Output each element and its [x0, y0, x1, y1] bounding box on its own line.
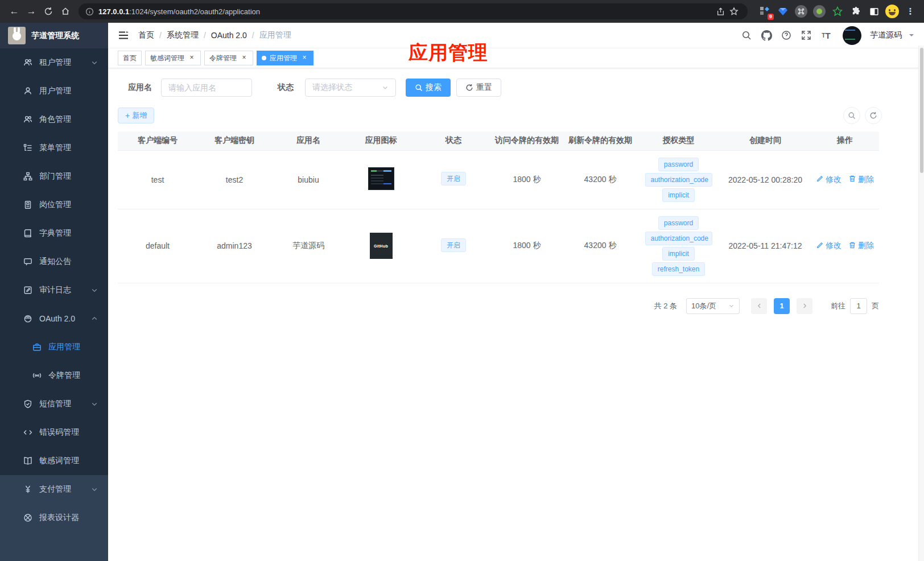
sidebar-item-sms-shield[interactable]: 短信管理: [0, 390, 108, 418]
grant-types: passwordauthorization_codeimplicit: [641, 158, 716, 202]
sidebar-item-label: 错误码管理: [39, 427, 79, 438]
total-count: 共 2 条: [654, 301, 677, 311]
grant-types: passwordauthorization_codeimplicitrefres…: [641, 216, 716, 276]
status-label: 状态: [278, 82, 294, 93]
breadcrumb-item[interactable]: 系统管理: [167, 30, 199, 40]
page-number-1[interactable]: 1: [774, 298, 790, 314]
home-icon[interactable]: [57, 3, 74, 20]
column-header: 创建时间: [720, 131, 811, 150]
forward-icon[interactable]: →: [23, 3, 40, 20]
sidebar-item-role-users[interactable]: 角色管理: [0, 105, 108, 134]
url-bar[interactable]: 127.0.0.1:1024/system/oauth2/oauth2/appl…: [79, 3, 748, 19]
row-actions: 修改删除: [814, 241, 876, 251]
sidebar-item-label: 部门管理: [39, 171, 71, 182]
cell-grant-types: passwordauthorization_codeimplicit: [637, 150, 720, 209]
app-icon-image: GitHub: [370, 233, 393, 259]
close-icon[interactable]: ×: [300, 54, 308, 62]
page-scrollbar[interactable]: [918, 46, 924, 561]
grant-type-tag: implicit: [662, 188, 695, 202]
chevron-down-icon: [728, 303, 735, 309]
cell-refresh-token-ttl: 43200 秒: [563, 150, 637, 209]
reset-button[interactable]: 重置: [456, 79, 501, 97]
sidebar-item-audit-log[interactable]: 审计日志: [0, 276, 108, 304]
app-logo-row[interactable]: 芋道管理系统: [0, 23, 108, 48]
font-size-icon[interactable]: TT: [819, 28, 833, 42]
sidebar-item-label: 菜单管理: [39, 143, 71, 153]
sidebar-item-sensitive-word-book[interactable]: 敏感词管理: [0, 447, 108, 475]
status-select[interactable]: 请选择状态: [305, 79, 396, 97]
share-icon[interactable]: [713, 5, 727, 18]
cell-grant-types: passwordauthorization_codeimplicitrefres…: [637, 209, 720, 283]
sidebar-item-token-signal[interactable]: 令牌管理: [0, 361, 108, 390]
star-extension-icon[interactable]: [830, 3, 845, 19]
fullscreen-icon[interactable]: [799, 28, 813, 42]
sidebar-item-pay-yen[interactable]: 支付管理: [0, 475, 108, 504]
breadcrumb-item[interactable]: 首页: [138, 30, 154, 40]
sidebar-item-errorcode[interactable]: 错误码管理: [0, 418, 108, 447]
sidebar-item-tenant-users[interactable]: 租户管理: [0, 48, 108, 77]
sidebar-item-menu-tree[interactable]: 菜单管理: [0, 134, 108, 162]
grant-type-tag: implicit: [662, 247, 695, 261]
sidebar-item-dictionary[interactable]: 字典管理: [0, 219, 108, 248]
delete-button[interactable]: 删除: [848, 241, 874, 251]
app-name-input[interactable]: [161, 79, 252, 97]
edit-button[interactable]: 修改: [816, 241, 842, 251]
user-avatar[interactable]: [843, 26, 861, 45]
sidebar-item-post-badge[interactable]: 岗位管理: [0, 191, 108, 219]
collapse-sidebar-icon[interactable]: [118, 30, 129, 41]
prev-page-button[interactable]: [751, 298, 767, 314]
cell-created-time: 2022-05-12 00:28:20: [720, 150, 811, 209]
chevron-left-icon: [756, 303, 762, 309]
tab-item[interactable]: 应用管理×: [257, 51, 314, 65]
delete-button[interactable]: 删除: [848, 175, 874, 185]
close-icon[interactable]: ×: [240, 54, 248, 62]
puzzle-extensions-icon[interactable]: [848, 3, 864, 19]
next-page-button[interactable]: [797, 298, 812, 314]
sidebar-item-notice-message[interactable]: 通知公告: [0, 248, 108, 276]
command-extension-icon[interactable]: [793, 3, 809, 19]
site-info-icon[interactable]: [85, 7, 94, 16]
close-icon[interactable]: ×: [188, 54, 196, 62]
plus-icon: +: [125, 112, 130, 119]
record-extension-icon[interactable]: [811, 3, 827, 19]
profile-avatar-icon[interactable]: [884, 3, 900, 19]
refresh-table-icon[interactable]: [865, 107, 882, 124]
extension-grid-icon[interactable]: 9: [757, 3, 773, 19]
user-dropdown-caret-icon[interactable]: [909, 34, 914, 39]
browser-menu-icon[interactable]: ⋮: [902, 3, 918, 19]
sidebar-item-user[interactable]: 用户管理: [0, 77, 108, 105]
side-panel-icon[interactable]: [866, 3, 882, 19]
search-button[interactable]: 搜索: [406, 79, 451, 97]
add-button[interactable]: + 新增: [118, 108, 154, 123]
breadcrumb-item[interactable]: OAuth 2.0: [211, 31, 247, 40]
user-icon: [23, 86, 32, 96]
page-size-select[interactable]: 10条/页: [686, 298, 740, 314]
sidebar-item-label: 通知公告: [39, 257, 71, 267]
sidebar-item-application-briefcase[interactable]: 应用管理: [0, 333, 108, 361]
back-icon[interactable]: ←: [6, 3, 23, 20]
sidebar-item-report-designer[interactable]: 报表设计器: [0, 504, 108, 532]
gem-extension-icon[interactable]: [775, 3, 791, 19]
tab-item[interactable]: 敏感词管理×: [145, 51, 201, 65]
show-search-icon[interactable]: [843, 107, 860, 124]
menu-tree-icon: [23, 143, 32, 152]
edit-button[interactable]: 修改: [816, 175, 842, 185]
sidebar-item-org-chart[interactable]: 部门管理: [0, 162, 108, 191]
github-icon[interactable]: [760, 28, 773, 42]
help-icon[interactable]: [779, 28, 793, 42]
chevron-up-icon: [91, 315, 98, 322]
goto-page-input[interactable]: [850, 298, 867, 314]
role-users-icon: [23, 115, 32, 124]
cell-app-name: 芋道源码: [271, 209, 345, 283]
column-header: 刷新令牌的有效期: [563, 131, 637, 150]
tab-item[interactable]: 令牌管理×: [204, 51, 253, 65]
bookmark-star-icon[interactable]: [727, 5, 741, 18]
tab-item[interactable]: 首页: [118, 51, 142, 65]
sidebar-item-label: 用户管理: [39, 86, 71, 96]
reload-icon[interactable]: [40, 3, 57, 20]
sidebar-item-oauth[interactable]: OAuth 2.0: [0, 304, 108, 333]
column-header: 应用图标: [345, 131, 416, 150]
search-icon[interactable]: [740, 28, 753, 42]
scrollbar-thumb[interactable]: [920, 48, 923, 173]
column-header: 状态: [416, 131, 490, 150]
